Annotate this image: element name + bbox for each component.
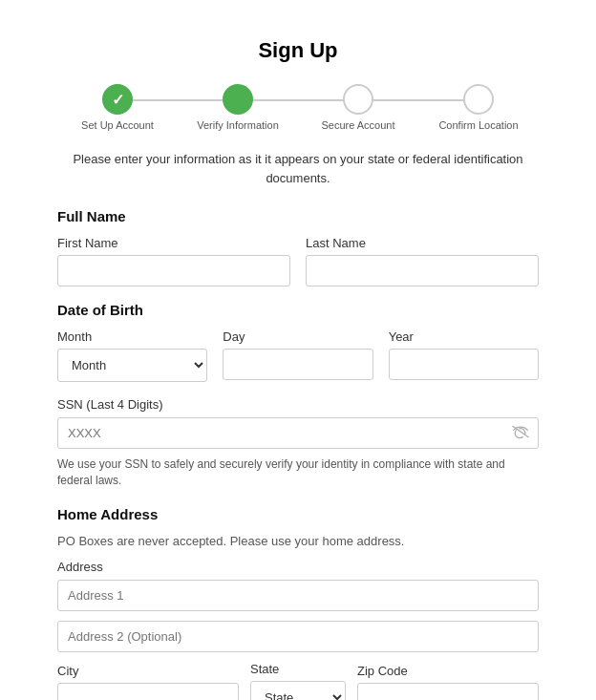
step-verify-information: Verify Information [178,84,298,131]
address-note: PO Boxes are never accepted. Please use … [57,534,539,548]
city-input[interactable] [57,683,239,700]
step-circle-4 [463,84,494,115]
year-group: Year [389,329,539,382]
checkmark-icon: ✓ [112,91,124,109]
step-circle-1: ✓ [102,84,133,115]
city-group: City [57,664,239,700]
step-circle-3 [343,84,373,115]
day-group: Day [223,329,372,382]
month-label: Month [57,329,207,344]
home-address-section: Home Address PO Boxes are never accepted… [57,506,539,700]
last-name-group: Last Name [306,236,539,286]
name-row: First Name Last Name [57,236,539,286]
step-secure-account: Secure Account [298,84,418,131]
ssn-section: SSN (Last 4 Digits) We use your SSN to s… [57,397,539,489]
dob-title: Date of Birth [57,302,539,318]
full-name-section: Full Name First Name Last Name [57,208,539,286]
city-state-zip-row: City State State AL AK AZ CA NY TX Zip C… [57,662,539,700]
first-name-input[interactable] [57,255,290,286]
full-name-title: Full Name [57,208,539,224]
day-label: Day [223,329,372,344]
step-label-2: Verify Information [197,119,279,131]
step-set-up-account: ✓ Set Up Account [57,84,178,131]
year-input[interactable] [389,349,539,380]
zip-group: Zip Code [357,664,539,700]
state-select[interactable]: State AL AK AZ CA NY TX [250,681,346,700]
ssn-wrapper [57,417,539,449]
month-group: Month Month January February March April… [57,329,207,382]
address1-input[interactable] [57,580,539,611]
dob-section: Date of Birth Month Month January Februa… [57,302,539,382]
city-label: City [57,664,239,678]
dob-row: Month Month January February March April… [57,329,539,382]
ssn-label: SSN (Last 4 Digits) [57,397,539,412]
state-label: State [250,662,346,676]
form-description: Please enter your information as it it a… [57,150,539,187]
state-group: State State AL AK AZ CA NY TX [250,662,346,700]
step-confirm-location: Confirm Location [418,84,539,131]
year-label: Year [389,329,539,344]
first-name-label: First Name [57,236,290,250]
address-label: Address [57,560,539,574]
last-name-label: Last Name [306,236,539,250]
ssn-input[interactable] [57,417,539,449]
progress-steps: ✓ Set Up Account Verify Information Secu… [57,84,539,131]
step-label-1: Set Up Account [81,119,154,131]
home-address-title: Home Address [57,506,539,522]
first-name-group: First Name [57,236,290,286]
zip-label: Zip Code [357,664,539,678]
address2-input[interactable] [57,621,539,652]
eye-slash-icon[interactable] [512,425,529,442]
ssn-note: We use your SSN to safely and securely v… [57,456,539,489]
signup-form: Sign Up ✓ Set Up Account Verify Informat… [0,19,596,700]
month-select[interactable]: Month January February March April May J… [57,349,207,382]
step-label-3: Secure Account [321,119,394,131]
day-input[interactable] [223,349,372,380]
page-title: Sign Up [57,38,539,63]
step-label-4: Confirm Location [438,119,518,131]
step-circle-2 [223,84,253,115]
zip-input[interactable] [357,683,539,700]
last-name-input[interactable] [306,255,539,286]
